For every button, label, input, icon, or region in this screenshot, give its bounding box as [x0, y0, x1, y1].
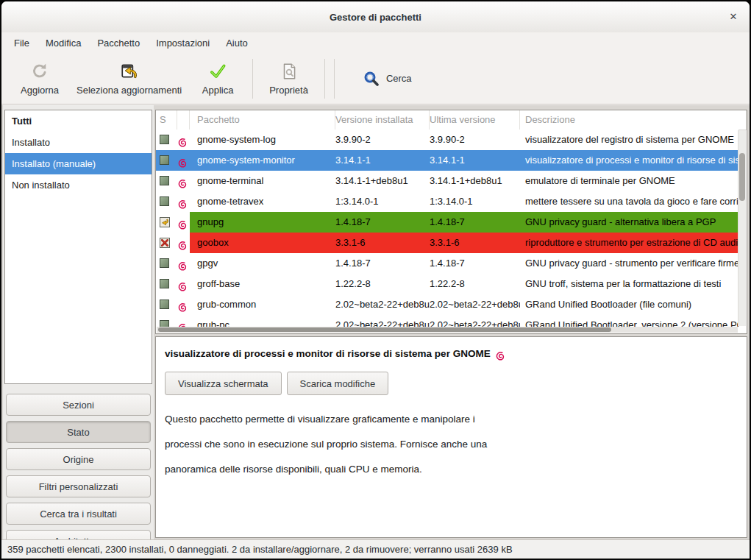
latest-version: 1.4.18-7 [430, 253, 520, 274]
status-cell [156, 212, 177, 233]
table-row[interactable]: groff-base1.22.2-81.22.2-8GNU troff, sis… [156, 274, 738, 294]
latest-version: 3.14.1-1+deb8u1 [430, 171, 520, 191]
column-header-s[interactable]: S [156, 110, 177, 130]
titlebar[interactable]: Gestore di pacchetti ✕ [1, 1, 750, 32]
latest-version: 1:3.14.0-1 [430, 191, 520, 212]
mark-upgrades-label: Seleziona aggiornamenti [76, 85, 182, 96]
package-name: gnome-system-log [190, 130, 335, 150]
mark-upgrades-button[interactable]: Seleziona aggiornamenti [68, 59, 191, 99]
table-row[interactable]: gnome-terminal3.14.1-1+deb8u13.14.1-1+de… [156, 171, 738, 191]
details-title: visualizzatore di processi e monitor di … [165, 348, 491, 359]
filter-mode-button-stato[interactable]: Stato [6, 421, 151, 443]
installed-checkbox-icon[interactable] [160, 300, 169, 309]
details-description: Questo pacchetto permette di visualizzar… [165, 407, 738, 482]
sidebar-filter-item[interactable]: Non installato [5, 174, 152, 196]
screenshot-button[interactable]: Visualizza schermata [165, 372, 282, 395]
filter-mode-button-sezioni[interactable]: Sezioni [6, 394, 151, 416]
properties-button[interactable]: Proprietà [260, 59, 317, 99]
installed-checkbox-icon[interactable] [160, 135, 169, 144]
refresh-label: Aggiorna [21, 85, 59, 96]
status-cell [156, 294, 177, 315]
package-description: visualizzatore di processi e monitor di … [520, 150, 738, 171]
status-cell [156, 191, 177, 212]
filter-mode-button-cerca-tra-i-risultati[interactable]: Cerca tra i risultati [6, 503, 151, 525]
package-name: gnupg [190, 212, 335, 233]
close-icon[interactable]: ✕ [727, 11, 739, 23]
installed-checkbox-icon[interactable] [160, 155, 169, 165]
apply-check-icon [208, 62, 227, 81]
package-name: gnome-system-monitor [190, 150, 335, 171]
package-name: groff-base [190, 274, 335, 294]
menu-modifica[interactable]: Modifica [38, 35, 89, 52]
sidebar-filter-item[interactable]: Installato (manuale) [5, 153, 152, 174]
installed-checkbox-icon[interactable] [160, 196, 169, 206]
installed-checkbox-icon[interactable] [160, 176, 169, 185]
package-description: GRand Unified Bootloader, versione 2 (ve… [520, 315, 738, 327]
sidebar-filter-item[interactable]: Tutti [5, 110, 152, 132]
menu-pacchetto[interactable]: Pacchetto [89, 35, 148, 52]
swirl-cell [177, 294, 190, 315]
swirl-cell [177, 150, 190, 171]
package-name: grub-common [190, 294, 335, 315]
package-description: visualizzatore del registro di sistema p… [520, 130, 738, 150]
main-area: TuttiInstallatoInstallato (manuale)Non i… [1, 105, 750, 539]
filter-mode-button-filtri-personalizzati[interactable]: Filtri personalizzati [6, 475, 151, 497]
scrollbar-thumb[interactable] [158, 327, 611, 332]
search-button[interactable]: Cerca [355, 65, 419, 92]
search-icon [363, 70, 380, 88]
table-row[interactable]: grub-common2.02~beta2-22+deb8u12.02~beta… [156, 294, 738, 315]
swirl-cell [177, 233, 190, 253]
statusbar-text: 359 pacchetti elencati, 2300 installati,… [7, 544, 513, 555]
marked-reinstall-icon[interactable] [160, 217, 170, 227]
installed-checkbox-icon[interactable] [160, 279, 169, 288]
apply-label: Applica [202, 85, 234, 96]
table-row[interactable]: gnome-system-log3.9.90-23.9.90-2visualiz… [156, 130, 738, 150]
table-row[interactable]: goobox3.3.1-63.3.1-6riproduttore e strum… [156, 233, 738, 253]
menu-aiuto[interactable]: Aiuto [218, 35, 256, 52]
swirl-cell [177, 274, 190, 294]
scrollbar-thumb[interactable] [739, 153, 745, 201]
apply-button[interactable]: Applica [191, 59, 245, 99]
table-row[interactable]: gnupg1.4.18-71.4.18-7GNU privacy guard -… [156, 212, 738, 233]
menu-file[interactable]: File [6, 35, 38, 52]
marked-remove-icon[interactable] [160, 238, 170, 248]
table-row[interactable]: gpgv1.4.18-71.4.18-7GNU privacy guard - … [156, 253, 738, 274]
refresh-button[interactable]: Aggiorna [12, 59, 68, 99]
column-header-ultima-versione[interactable]: Ultima versione [430, 110, 520, 130]
debian-swirl-icon [177, 238, 188, 248]
latest-version: 3.14.1-1 [430, 150, 520, 171]
sidebar-filter-item[interactable]: Installato [5, 132, 152, 153]
installed-version: 2.02~beta2-22+deb8u1 [335, 315, 430, 327]
column-header-versione-installata[interactable]: Versione installata [335, 110, 430, 130]
menu-impostazioni[interactable]: Impostazioni [148, 35, 218, 52]
swirl-cell [177, 191, 190, 212]
status-cell [156, 150, 177, 171]
debian-swirl-icon [177, 176, 188, 186]
app-window: Gestore di pacchetti ✕ FileModificaPacch… [0, 0, 751, 560]
table-vscrollbar[interactable] [738, 130, 746, 326]
search-label: Cerca [386, 73, 412, 84]
package-name: gnome-terminal [190, 171, 335, 191]
details-panel: visualizzatore di processi e monitor di … [155, 336, 747, 538]
table-row[interactable]: gnome-system-monitor3.14.1-13.14.1-1visu… [156, 150, 738, 171]
table-row[interactable]: grub-pc2.02~beta2-22+deb8u12.02~beta2-22… [156, 315, 738, 327]
properties-icon [280, 62, 299, 81]
toolbar-separator [334, 59, 335, 99]
filter-mode-button-origine[interactable]: Origine [6, 448, 151, 470]
column-header-descrizione[interactable]: Descrizione [520, 110, 747, 130]
status-cell [156, 315, 177, 327]
filter-mode-buttons: SezioniStatoOrigineFiltri personalizzati… [4, 389, 152, 552]
installed-version: 3.14.1-1 [335, 150, 430, 171]
installed-checkbox-icon[interactable] [160, 258, 169, 268]
toolbar-separator [324, 59, 325, 99]
installed-version: 3.14.1-1+deb8u1 [335, 171, 430, 191]
column-header-pacchetto[interactable]: Pacchetto [190, 110, 335, 130]
table-body: gnome-system-log3.9.90-23.9.90-2visualiz… [156, 130, 738, 327]
package-description: GNU troff, sistema per la formattazione … [520, 274, 738, 294]
installed-checkbox-icon[interactable] [160, 320, 169, 327]
table-hscrollbar[interactable] [157, 327, 738, 333]
changelog-button[interactable]: Scarica modifiche [287, 372, 389, 395]
installed-version: 1.4.18-7 [335, 253, 430, 274]
package-description: mettere tessere su una tavola da gioco e… [520, 191, 738, 212]
table-row[interactable]: gnome-tetravex1:3.14.0-11:3.14.0-1metter… [156, 191, 738, 212]
